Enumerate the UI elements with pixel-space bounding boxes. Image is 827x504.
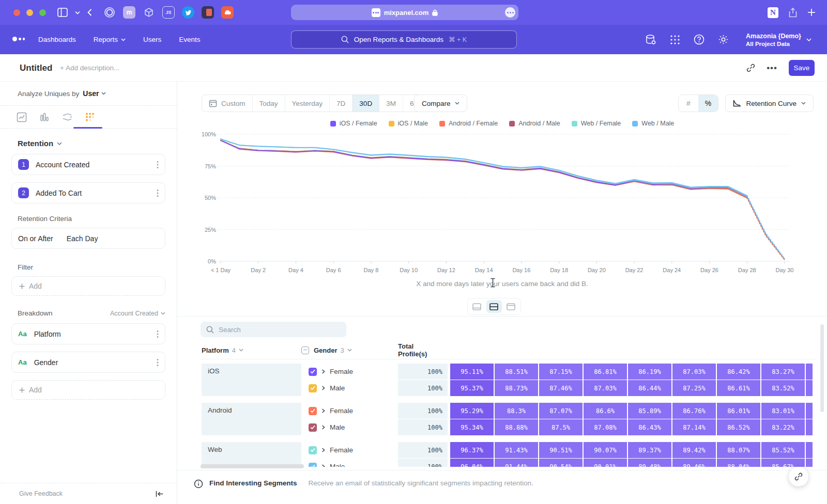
retention-value-cell[interactable]: 88.04% <box>716 459 761 467</box>
range-3m[interactable]: 3M <box>379 95 403 112</box>
layout-chart-focus-button[interactable] <box>469 300 485 313</box>
account-switcher[interactable]: Amazonia {Demo} All Project Data <box>746 25 811 54</box>
percentage-toggle[interactable]: % <box>698 95 718 112</box>
url-bar[interactable]: mixpanel.com <box>291 5 518 20</box>
gender-cell[interactable]: Male <box>301 419 398 435</box>
retention-value-cell[interactable]: 88.3% <box>494 403 539 419</box>
retention-value-cell[interactable]: 90.01% <box>583 459 627 467</box>
copy-link-icon[interactable] <box>746 64 755 72</box>
bird-extension-icon[interactable] <box>182 6 194 19</box>
series-checkbox[interactable] <box>309 446 317 454</box>
kebab-menu-icon[interactable] <box>157 358 159 367</box>
give-feedback-link[interactable]: Give Feedback <box>19 490 156 497</box>
kebab-menu-icon[interactable] <box>157 161 159 169</box>
layout-table-focus-button[interactable] <box>503 300 519 313</box>
series-line-projection[interactable] <box>747 196 785 259</box>
retention-value-cell[interactable]: 85.89% <box>627 403 672 419</box>
retention-value-cell[interactable]: 86.19% <box>627 364 672 380</box>
more-options-icon[interactable]: ••• <box>767 63 777 73</box>
sidebar-toggle-icon[interactable] <box>57 8 68 17</box>
table-search[interactable] <box>201 322 346 337</box>
js-extension-icon[interactable]: JS <box>162 6 175 19</box>
series-line[interactable] <box>221 140 747 197</box>
add-filter-button[interactable]: Add <box>11 276 165 296</box>
retention-value-cell[interactable]: 83.22% <box>761 419 805 435</box>
criteria-operator[interactable]: On or After <box>18 234 53 243</box>
series-line-projection[interactable] <box>747 197 785 260</box>
retention-value-cell[interactable]: 88.07% <box>716 442 761 458</box>
series-line[interactable] <box>221 139 747 196</box>
floating-share-button[interactable] <box>789 467 808 486</box>
add-description[interactable]: + Add description... <box>60 64 119 72</box>
total-column-header[interactable]: Total Profile(s) <box>398 342 450 358</box>
range-custom[interactable]: Custom <box>202 95 253 112</box>
retention-value-cell[interactable]: 87.03% <box>672 364 716 380</box>
retention-value-cell[interactable]: 95.37% <box>450 380 494 396</box>
horizontal-scrollbar[interactable] <box>201 464 304 468</box>
mixpanel-logo[interactable] <box>12 37 25 41</box>
retention-value-cell[interactable]: 90.54% <box>539 459 583 467</box>
retention-value-cell[interactable]: 87.15% <box>539 364 583 380</box>
retention-value-cell[interactable]: 86.76% <box>672 403 716 419</box>
retention-step-2[interactable]: 2Added To Cart <box>11 182 165 203</box>
retention-value-cell[interactable]: 86.42% <box>716 364 761 380</box>
tab-funnels-icon[interactable] <box>39 112 50 122</box>
retention-value-cell[interactable]: 86.01% <box>716 403 761 419</box>
help-icon[interactable] <box>694 34 705 45</box>
gender-cell[interactable]: Female <box>301 403 398 419</box>
platform-cell[interactable]: Android <box>202 403 301 435</box>
notion-extension-icon[interactable]: N <box>768 7 778 18</box>
nav-link-users[interactable]: Users <box>143 36 161 43</box>
kebab-menu-icon[interactable] <box>157 330 159 338</box>
retention-value-cell[interactable]: 87.25% <box>672 380 716 396</box>
platform-column-header[interactable]: Platform 4 <box>202 346 301 354</box>
analyze-entity-selector[interactable]: User <box>83 89 106 98</box>
tab-flows-icon[interactable] <box>62 112 72 122</box>
legend-item[interactable]: Web / Male <box>632 120 674 127</box>
cube-extension-icon[interactable] <box>143 6 155 19</box>
series-line-projection[interactable] <box>747 196 785 259</box>
series-checkbox[interactable] <box>309 368 317 376</box>
retention-value-cell[interactable]: 87.07% <box>539 403 583 419</box>
expand-chevron-icon[interactable] <box>321 464 325 467</box>
retention-value-cell[interactable]: 88.73% <box>494 380 539 396</box>
chart-type-selector[interactable]: Retention Curve <box>725 94 814 112</box>
range-yesterday[interactable]: Yesterday <box>285 95 330 112</box>
nav-link-events[interactable]: Events <box>179 36 200 43</box>
retention-value-cell[interactable]: 86.52% <box>716 419 761 435</box>
global-search[interactable]: Open Reports & Dashboards ⌘ + K <box>291 30 517 49</box>
platform-cell[interactable]: Web <box>202 442 301 467</box>
layout-split-button[interactable] <box>486 300 502 313</box>
retention-value-cell[interactable]: 83.52% <box>761 380 805 396</box>
legend-item[interactable]: Android / Male <box>509 120 560 127</box>
nav-link-reports[interactable]: Reports <box>94 36 126 43</box>
range-30d[interactable]: 30D <box>353 95 379 112</box>
retention-value-cell[interactable]: 87.08% <box>583 419 627 435</box>
retention-value-cell[interactable]: 95.11% <box>450 364 494 380</box>
collapse-sidebar-icon[interactable] <box>156 491 163 497</box>
tab-retention-icon[interactable] <box>85 112 95 122</box>
legend-item[interactable]: Web / Female <box>572 120 621 127</box>
series-checkbox[interactable] <box>309 384 317 392</box>
series-checkbox[interactable] <box>309 463 317 467</box>
retention-value-cell[interactable]: 88.51% <box>494 364 539 380</box>
retention-value-cell[interactable]: 96.04% <box>450 459 494 467</box>
retention-value-cell[interactable]: 83.27% <box>761 364 805 380</box>
retention-value-cell[interactable]: 88.88% <box>494 419 539 435</box>
new-tab-icon[interactable] <box>807 8 816 17</box>
breakdown-item-platform[interactable]: AaPlatform <box>11 323 165 344</box>
expand-chevron-icon[interactable] <box>321 369 325 374</box>
apps-grid-icon[interactable] <box>670 35 680 45</box>
gender-cell[interactable]: Male <box>301 380 398 396</box>
find-segments-label[interactable]: Find Interesting Segments <box>209 479 297 487</box>
report-title[interactable]: Untitled <box>20 63 52 73</box>
table-search-input[interactable] <box>219 326 332 334</box>
criteria-interval[interactable]: Each Day <box>67 234 98 243</box>
series-checkbox[interactable] <box>309 423 317 432</box>
add-breakdown-button[interactable]: Add <box>11 380 165 400</box>
record-extension-icon[interactable] <box>202 6 214 19</box>
retention-value-cell[interactable]: 86.61% <box>716 380 761 396</box>
range-7d[interactable]: 7D <box>330 95 353 112</box>
kebab-menu-icon[interactable] <box>157 189 159 197</box>
data-management-icon[interactable] <box>645 34 656 45</box>
